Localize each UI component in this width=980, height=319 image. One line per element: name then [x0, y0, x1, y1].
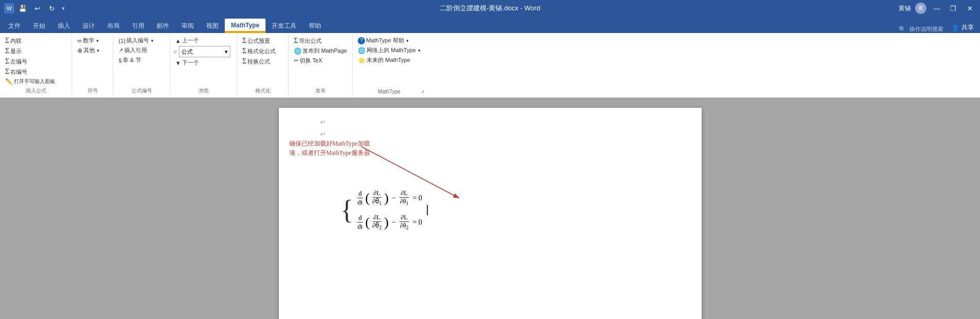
inline-sigma-icon: Σ [5, 37, 9, 45]
tab-help[interactable]: 帮助 [303, 19, 327, 33]
online-mathtype-btn[interactable]: 🌐 网络上的 MathType ▾ [356, 46, 422, 55]
mathtype-content: ? MathType 帮助 ▾ 🌐 网络上的 MathType ▾ ⭐ 未来的 … [356, 36, 422, 87]
convert-formula-btn[interactable]: Σ 转换公式 [240, 57, 278, 66]
group-format: Σ 公式预置 Σ 格式化公式 Σ 转换公式 格式化 [237, 35, 289, 95]
export-formula-btn[interactable]: Σ 导出公式 [292, 36, 349, 45]
share-button[interactable]: 👤 共享 [948, 22, 978, 33]
equals-2: = 0 [412, 218, 422, 227]
minus-1: − [392, 194, 396, 202]
d-numerator-2: d [357, 214, 363, 222]
other-icon: ⊕ [77, 47, 82, 54]
down-arrow-icon: ▼ [175, 60, 181, 66]
inline-btn[interactable]: Σ 内联 [3, 36, 57, 45]
group-mathtype: ? MathType 帮助 ▾ 🌐 网络上的 MathType ▾ ⭐ 未来的 … [353, 35, 425, 95]
formula-select-row: ○ 公式 ▾ [173, 46, 234, 57]
symbols-content: ∞ 数学 ▾ ⊕ 其他 ▾ [75, 36, 110, 86]
format-formula-btn[interactable]: Σ 格式化公式 [240, 46, 278, 56]
tab-references[interactable]: 引用 [126, 19, 151, 33]
formula-circle-icon: ○ [173, 49, 177, 55]
tab-file[interactable]: 文件 [2, 19, 27, 33]
display-sigma-icon: Σ [5, 47, 9, 55]
online-dropdown-icon: ▾ [418, 48, 421, 53]
d-dt-2: d dt [356, 214, 363, 231]
minus-2: − [392, 218, 396, 227]
insert-number-dropdown-icon: ▾ [151, 38, 154, 43]
mathtype-help-btn[interactable]: ? MathType 帮助 ▾ [356, 36, 422, 45]
handwriting-btn[interactable]: ✏️ 打开手写输入面板 [3, 77, 57, 86]
user-name: 黄锡 [899, 4, 911, 13]
future-mathtype-btn[interactable]: ⭐ 未来的 MathType [356, 56, 422, 65]
scissors-icon: ✂ [294, 57, 298, 64]
partial-theta-dot-2: ∂θ̇2 [371, 222, 383, 230]
doc-area: ↵ ↵ 确保已经加载好MathType加载项，或者打开MathType服务器 { [0, 98, 980, 319]
switch-tex-btn[interactable]: ✂ 切换 TeX [292, 56, 349, 65]
partial-L-2b: ∂L [400, 214, 408, 222]
search-area: 🔍 操作说明搜索 [894, 25, 948, 33]
left-numbered-btn[interactable]: Σ 左编号 [3, 57, 57, 66]
browse-label: 浏览 [173, 86, 234, 94]
tab-review[interactable]: 审阅 [175, 19, 200, 33]
formula-preview-btn[interactable]: Σ 公式预置 [240, 36, 278, 45]
tab-home[interactable]: 开始 [27, 19, 52, 33]
tab-developer[interactable]: 开发工具 [265, 19, 303, 33]
tab-mailings[interactable]: 邮件 [151, 19, 175, 33]
tab-mathtype[interactable]: MathType [225, 19, 265, 33]
search-icon: 🔍 [899, 26, 906, 33]
other-dropdown-icon: ▾ [97, 48, 99, 53]
search-label[interactable]: 操作说明搜索 [909, 25, 943, 33]
tab-insert[interactable]: 插入 [52, 19, 76, 33]
export-sigma-icon: Σ [294, 37, 298, 45]
right-sigma-icon: Σ [5, 68, 9, 76]
tab-view[interactable]: 视图 [200, 19, 225, 33]
insert-ref-btn[interactable]: ↗ 插入引用 [117, 46, 156, 55]
other-btn[interactable]: ⊕ 其他 ▾ [75, 46, 102, 55]
group-insert-formula: Σ 内联 Σ 显示 Σ 左编号 Σ 右编号 ✏️ 打开手写输入面板 [0, 35, 72, 95]
title-bar-left: W 💾 ↩ ↻ ▾ [4, 2, 65, 14]
question-icon: ? [358, 37, 365, 44]
formula-select[interactable]: 公式 ▾ [179, 46, 230, 57]
quick-access-more[interactable]: ▾ [62, 5, 65, 12]
return-mark-1: ↵ [320, 118, 671, 126]
math-btn[interactable]: ∞ 数学 ▾ [75, 36, 102, 45]
share-icon: 👤 [952, 24, 959, 31]
infinity-icon: ∞ [77, 37, 82, 44]
chapter-section-btn[interactable]: § 章 & 节 [117, 56, 156, 65]
equals-1: = 0 [412, 194, 422, 202]
insert-number-btn[interactable]: (1) 插入编号 ▾ [117, 36, 156, 45]
insert-formula-content: Σ 内联 Σ 显示 Σ 左编号 Σ 右编号 ✏️ 打开手写输入面板 [3, 36, 69, 86]
tab-layout[interactable]: 布局 [101, 19, 126, 33]
undo-button[interactable]: ↩ [31, 2, 43, 14]
equations-stack: d dt ( ∂L ∂θ̇1 ) − [356, 189, 423, 231]
group-browse: ▲ 上一个 ○ 公式 ▾ ▼ 下一个 浏览 [170, 35, 237, 95]
partial-theta-dot-1: ∂θ̇1 [371, 198, 383, 206]
save-button[interactable]: 💾 [16, 2, 29, 14]
left-sigma-icon: Σ [5, 57, 9, 66]
right-numbered-btn[interactable]: Σ 右编号 [3, 67, 57, 76]
mathtype-label: MathType [356, 87, 422, 94]
group-formula-number: (1) 插入编号 ▾ ↗ 插入引用 § 章 & 节 公式编号 [113, 35, 170, 95]
publish-label: 发布 [292, 86, 349, 94]
close-button[interactable]: ✕ [964, 2, 976, 14]
format-label: 格式化 [240, 86, 285, 94]
down-btn[interactable]: ▼ 下一个 [173, 58, 234, 67]
redo-button[interactable]: ↻ [45, 2, 58, 14]
up-btn[interactable]: ▲ 上一个 [173, 36, 234, 45]
partial-frac-2a: ∂L ∂θ̇2 [371, 214, 383, 230]
minimize-button[interactable]: — [931, 2, 943, 14]
restore-button[interactable]: ❐ [947, 2, 959, 14]
section-icon: § [119, 57, 122, 63]
dt-denominator-2: dt [356, 222, 363, 231]
send-mathpage-btn[interactable]: 🌐 发布到 MathPage [292, 46, 349, 55]
group-resize-icon[interactable]: ↗ [421, 89, 425, 94]
partial-theta-2: ∂θ2 [399, 222, 410, 230]
dt-denominator-1: dt [356, 198, 363, 206]
online-icon: 🌐 [358, 47, 366, 54]
tab-design[interactable]: 设计 [76, 19, 101, 33]
doc-page: ↵ ↵ 确保已经加载好MathType加载项，或者打开MathType服务器 { [279, 108, 702, 319]
ribbon-tabs: 文件 开始 插入 设计 布局 引用 邮件 审阅 视图 MathType 开发工具… [0, 17, 980, 33]
insert-formula-label: 插入公式 [3, 86, 69, 94]
display-btn[interactable]: Σ 显示 [3, 46, 57, 56]
partial-frac-1b: ∂L ∂θ1 [399, 189, 410, 206]
title-bar: W 💾 ↩ ↻ ▾ 二阶倒立摆建模-黄锡.docx - Word 黄锡 黄 — … [0, 0, 980, 17]
publish-content: Σ 导出公式 🌐 发布到 MathPage ✂ 切换 TeX [292, 36, 349, 86]
